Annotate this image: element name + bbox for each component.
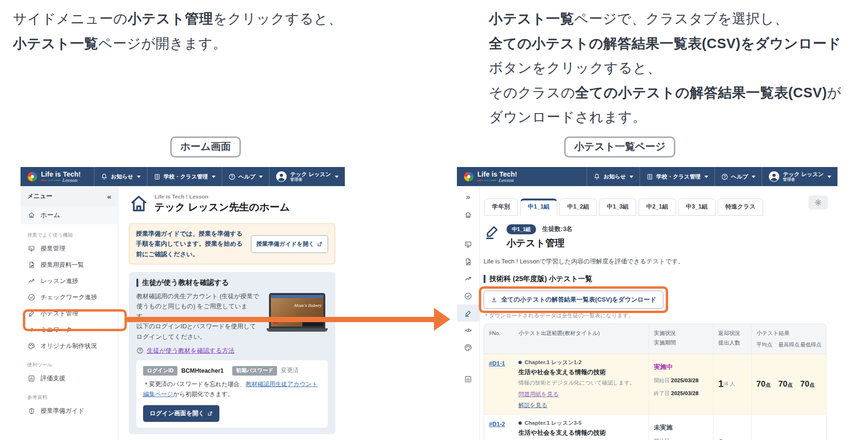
brand-underline-blue xyxy=(48,180,53,181)
sidebar-item-original-works[interactable]: オリジナル制作状況 xyxy=(21,338,118,354)
settings-button[interactable] xyxy=(808,196,828,210)
top-navbar: Life is Tech! Lesson お知らせ xyxy=(457,167,837,186)
menu-title: メニュー xyxy=(27,192,52,200)
login-id-badge: ログインID xyxy=(143,366,177,376)
brand-main: Life is Tech! xyxy=(41,171,81,178)
sidebar-item-materials[interactable] xyxy=(457,253,479,270)
nav-school-class[interactable]: 学校・クラス管理 xyxy=(640,167,714,186)
pencil-icon xyxy=(28,310,35,317)
sidebar-item-lesson-manage[interactable] xyxy=(457,236,479,253)
nav-user-menu[interactable]: テック レッスン 管理者 xyxy=(762,167,837,186)
sidebar-item-checkwork-progress[interactable] xyxy=(457,287,479,304)
nav-user-menu[interactable]: テック レッスン 管理者 xyxy=(269,167,345,186)
tab-class-1-3[interactable]: 中1_3組 xyxy=(599,199,636,216)
brand-text: Life is Tech! Lesson xyxy=(41,171,81,183)
material-check-method-link[interactable]: 生徒が使う教材を確認する方法 xyxy=(147,346,235,355)
chevron-down-icon xyxy=(259,176,263,178)
quiz-number-link[interactable]: #D1-1 xyxy=(489,360,505,367)
download-note: ＊ダウンロードされるデータは全生徒の一覧表になります。 xyxy=(484,312,830,319)
collapsed-side-menu: » </> xyxy=(457,186,480,440)
quiz-list-page-label: 小テスト一覧ページ xyxy=(564,136,675,157)
caption-line: ボタンをクリックすると、 xyxy=(489,56,841,81)
sidebar-item-checkwork-progress[interactable]: チェックワーク進捗 xyxy=(21,289,118,305)
open-login-screen-button[interactable]: ログイン画面を開く xyxy=(143,405,219,422)
nav-help[interactable]: ヘルプ xyxy=(222,167,269,186)
sidebar-item-lesson-manage[interactable]: 授業管理 xyxy=(21,241,118,257)
expand-sidebar-icon[interactable]: » xyxy=(466,193,470,201)
nav-user-name: テック レッスン xyxy=(290,171,331,178)
caption-line: そのクラスの全ての小テストの解答結果一覧表(CSV)が xyxy=(489,81,841,105)
nav-help[interactable]: ヘルプ xyxy=(714,167,762,186)
bullet-icon xyxy=(518,361,522,364)
nav-school-class[interactable]: 学校・クラス管理 xyxy=(147,167,222,186)
sidebar-item-miniwork[interactable]: </> ミニワーク xyxy=(21,322,118,338)
sidebar-item-prep-guide[interactable]: 授業準備ガイド xyxy=(21,403,118,419)
trend-up-icon xyxy=(28,277,35,285)
quiz-number-link[interactable]: #D1-2 xyxy=(489,421,505,428)
brand-text: Life is Tech! Lesson xyxy=(477,171,517,183)
download-csv-button[interactable]: 全ての小テストの解答結果一覧表(CSV)をダウンロード xyxy=(484,291,663,309)
sidebar-item-label: オリジナル制作状況 xyxy=(41,342,97,350)
download-icon xyxy=(491,296,497,303)
home-page-icon xyxy=(129,194,149,214)
quiz-title-text: 生活や社会を支える情報の技術 xyxy=(518,368,644,377)
caption-line: ダウンロードされます。 xyxy=(489,105,841,130)
palette-icon xyxy=(28,342,35,350)
brand-logo[interactable]: Life is Tech! Lesson xyxy=(21,167,87,186)
tab-special-class[interactable]: 特進クラス xyxy=(718,199,763,216)
brand-logo[interactable]: Life is Tech! Lesson xyxy=(457,167,524,186)
building-icon xyxy=(154,173,161,180)
help-circle-icon xyxy=(136,347,144,354)
tab-class-1-1[interactable]: 中1_1組 xyxy=(520,199,558,216)
sidebar-item-materials[interactable]: 授業用資料一覧 xyxy=(21,257,118,273)
sidebar-item-lesson-progress[interactable] xyxy=(457,270,479,287)
check-circle-icon xyxy=(464,292,472,300)
page-title: テック レッスン先生のホーム xyxy=(155,200,290,214)
table-header-row: #No. 小テスト出題範囲(教材タイトル) 実施状況 実施期間 返却状況 提出人… xyxy=(484,324,826,354)
brand-underline-red xyxy=(477,180,483,181)
tutorial-page: サイドメニューの小テスト管理をクリックすると、 小テスト一覧ページが開きます。 … xyxy=(0,0,868,440)
pencil-page-icon xyxy=(484,223,501,241)
brand-sub: Lesson xyxy=(498,178,514,183)
sidebar-item-home[interactable]: ホーム xyxy=(21,206,118,224)
caption-line: 小テスト一覧ページが開きます。 xyxy=(13,31,342,56)
nav-user-name: テック レッスン xyxy=(783,171,824,178)
page-description: Life is Tech ! Lessonで学習した内容の理解度を評価できるテス… xyxy=(484,257,830,266)
sidebar-item-assessment[interactable]: 評価支援 xyxy=(21,370,118,387)
col-return-line2: 提出人数 xyxy=(718,338,746,348)
sidebar-item-quiz-manage[interactable]: 小テスト管理 xyxy=(21,305,118,322)
nav-notice-label: お知らせ xyxy=(603,173,626,180)
sidebar-section-label: 便利ツール xyxy=(21,354,118,370)
view-question-sheet-link[interactable]: 問題用紙を見る xyxy=(518,390,559,398)
view-explanation-link[interactable]: 解説を見る xyxy=(518,401,548,409)
button-label: 授業準備ガイドを開く xyxy=(257,240,314,248)
sidebar-item-miniwork[interactable]: </> xyxy=(457,322,479,339)
nav-notice[interactable]: お知らせ xyxy=(94,167,147,186)
building-icon xyxy=(646,173,653,180)
open-prep-guide-button[interactable]: 授業準備ガイドを開く xyxy=(251,235,328,253)
brand-main: Life is Tech! xyxy=(477,171,517,178)
code-icon: </> xyxy=(465,327,471,333)
sidebar-item-original-works[interactable] xyxy=(457,339,479,356)
nav-school-label: 学校・クラス管理 xyxy=(164,173,208,180)
nav-notice-label: お知らせ xyxy=(111,173,133,180)
nav-user-role: 管理者 xyxy=(783,178,824,182)
home-icon xyxy=(28,211,35,219)
sidebar-item-quiz-manage[interactable] xyxy=(457,304,479,322)
pinwheel-logo-icon xyxy=(27,171,38,182)
tab-by-grade[interactable]: 学年別 xyxy=(485,199,518,216)
caption-right: 小テスト一覧ページで、クラスタブを選択し、 全ての小テストの解答結果一覧表(CS… xyxy=(489,7,841,130)
tab-class-3-1[interactable]: 中3_1組 xyxy=(678,199,715,216)
chevron-down-icon xyxy=(212,176,216,178)
tab-class-1-2[interactable]: 中1_2組 xyxy=(559,199,597,216)
code-icon: </> xyxy=(29,327,35,333)
document-icon xyxy=(28,261,35,269)
sidebar-item-lesson-progress[interactable]: レッスン進捗 xyxy=(21,273,118,289)
nav-notice[interactable]: お知らせ xyxy=(587,167,640,186)
tab-class-2-1[interactable]: 中2_1組 xyxy=(639,199,676,216)
check-circle-icon xyxy=(28,293,35,301)
sidebar-item-assessment[interactable] xyxy=(457,370,479,388)
sidebar-item-home[interactable] xyxy=(457,206,479,223)
collapse-sidebar-icon[interactable]: « xyxy=(107,192,111,200)
side-menu: メニュー « ホーム 授業でよく使う機能 授業管理 授業用資料一覧 レッスン進捗 xyxy=(21,186,118,440)
